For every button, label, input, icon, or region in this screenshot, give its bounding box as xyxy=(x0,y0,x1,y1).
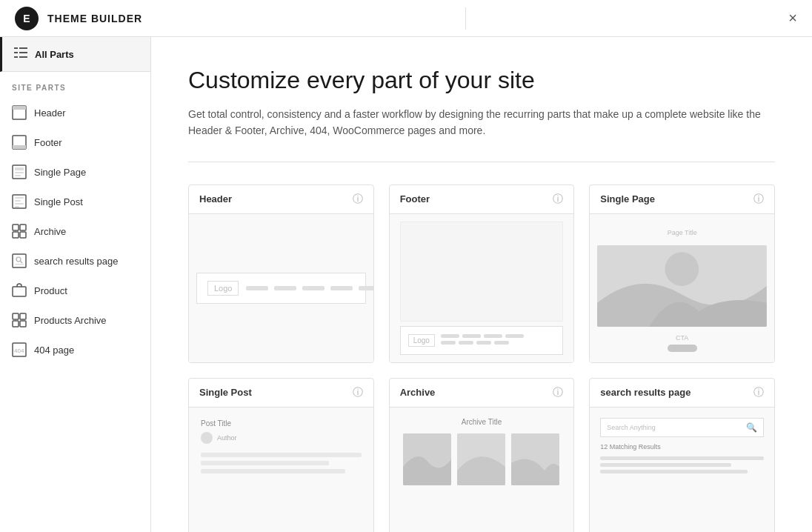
card-single-post-header: Single Post ⓘ xyxy=(189,379,373,408)
sp-cta-label: CTA xyxy=(676,334,688,342)
sidebar-item-footer[interactable]: Footer xyxy=(0,127,150,157)
sidebar-item-product[interactable]: Product xyxy=(0,276,150,305)
topbar-left: E THEME BUILDER xyxy=(15,7,142,30)
spost-line-3 xyxy=(201,469,345,473)
footer-line-row-2 xyxy=(441,341,555,345)
page-description: Get total control, consistency and a fas… xyxy=(188,106,766,139)
archive-images-row xyxy=(400,433,564,485)
archive-img-2 xyxy=(457,433,505,485)
card-single-page[interactable]: Single Page ⓘ Page Title xyxy=(589,184,775,363)
sidebar-item-products-archive-label: Products Archive xyxy=(34,315,107,326)
card-footer-preview: Logo xyxy=(390,214,574,362)
svg-rect-4 xyxy=(14,56,18,58)
footer-logo-row: Logo xyxy=(408,334,556,347)
sp-cta-area: CTA xyxy=(597,331,767,355)
404-icon: 404 xyxy=(12,342,27,357)
archive-title-text: Archive Title xyxy=(400,418,564,426)
svg-rect-12 xyxy=(15,172,24,173)
content-divider xyxy=(188,162,775,162)
footer-line-3 xyxy=(484,334,502,338)
sidebar-item-single-page[interactable]: Single Page xyxy=(0,157,150,187)
svg-rect-17 xyxy=(15,203,24,205)
archive-icon xyxy=(12,224,27,239)
products-archive-icon xyxy=(12,313,27,327)
card-single-page-info-icon[interactable]: ⓘ xyxy=(753,193,764,206)
spost-author-row: Author xyxy=(201,432,362,444)
sidebar-all-parts[interactable]: All Parts xyxy=(0,37,150,72)
card-archive-info-icon[interactable]: ⓘ xyxy=(553,386,563,399)
single-post-preview-content: Post Title Author xyxy=(189,408,373,532)
sidebar-item-footer-label: Footer xyxy=(34,137,62,148)
footer-line-2 xyxy=(462,334,481,338)
svg-rect-9 xyxy=(13,145,26,149)
card-search-results-info-icon[interactable]: ⓘ xyxy=(753,386,764,399)
topbar-divider xyxy=(465,7,466,30)
card-footer-info-icon[interactable]: ⓘ xyxy=(553,193,563,206)
svg-rect-29 xyxy=(20,313,26,319)
header-icon xyxy=(12,105,27,120)
sidebar-item-header[interactable]: Header xyxy=(0,98,150,127)
svg-rect-16 xyxy=(15,200,21,202)
footer-line-1 xyxy=(441,334,459,338)
cards-grid: Header ⓘ Logo xyxy=(188,184,775,532)
sidebar-item-single-page-label: Single Page xyxy=(34,167,86,178)
card-header[interactable]: Header ⓘ Logo xyxy=(188,184,374,363)
footer-logo-text: Logo xyxy=(408,334,435,347)
spost-line-1 xyxy=(201,453,362,457)
main-layout: All Parts SITE PARTS Header Footer xyxy=(0,37,812,532)
header-nav-lines xyxy=(246,286,373,290)
footer-line-7 xyxy=(476,341,491,345)
header-preview-content: Logo xyxy=(189,265,373,311)
card-single-post-title: Single Post xyxy=(199,387,252,398)
footer-bottom-area: Logo xyxy=(400,326,564,355)
svg-rect-31 xyxy=(20,321,26,327)
srp-results-count: 12 Matching Results xyxy=(600,443,764,450)
svg-text:404: 404 xyxy=(14,348,24,354)
card-search-results[interactable]: search results page ⓘ Search Anything 🔍 … xyxy=(589,378,775,532)
card-footer-title: Footer xyxy=(400,193,430,205)
card-header-preview: Logo xyxy=(189,214,373,362)
card-single-page-header: Single Page ⓘ xyxy=(590,185,774,214)
spost-line-2 xyxy=(201,461,329,465)
svg-rect-28 xyxy=(13,313,19,319)
footer-line-5 xyxy=(441,341,456,345)
footer-line-row-1 xyxy=(441,334,555,338)
header-nav-line-1 xyxy=(246,286,268,290)
card-header-header: Header ⓘ xyxy=(189,185,373,214)
sidebar-item-archive[interactable]: Archive xyxy=(0,216,150,246)
sidebar-item-products-archive[interactable]: Products Archive xyxy=(0,305,150,335)
card-header-title: Header xyxy=(199,193,232,205)
footer-line-4 xyxy=(505,334,524,338)
svg-rect-0 xyxy=(14,47,18,49)
sp-cta-button xyxy=(668,345,697,352)
sidebar-item-search-results[interactable]: search results page xyxy=(0,246,150,276)
close-button[interactable]: × xyxy=(788,10,797,27)
card-archive[interactable]: Archive ⓘ Archive Title xyxy=(389,378,575,532)
archive-img-1-svg xyxy=(403,433,451,485)
srp-search-icon: 🔍 xyxy=(746,422,757,433)
svg-rect-27 xyxy=(13,287,26,296)
single-page-preview-content: Page Title CTA xyxy=(590,214,774,362)
svg-rect-18 xyxy=(15,206,19,207)
svg-rect-3 xyxy=(19,52,27,53)
header-logo-text: Logo xyxy=(207,281,239,296)
sp-mountain-svg xyxy=(597,245,767,327)
svg-rect-5 xyxy=(19,56,27,58)
sidebar-item-404[interactable]: 404 404 page xyxy=(0,335,150,365)
page-title: Customize every part of your site xyxy=(188,67,775,94)
spost-lines-container xyxy=(201,453,362,473)
content-area: Customize every part of your site Get to… xyxy=(151,37,812,532)
svg-rect-13 xyxy=(15,175,21,176)
sidebar-item-single-post[interactable]: Single Post xyxy=(0,187,150,216)
card-single-post[interactable]: Single Post ⓘ Post Title Author xyxy=(188,378,374,532)
svg-rect-2 xyxy=(14,52,18,53)
card-search-results-header: search results page ⓘ xyxy=(590,379,774,408)
svg-rect-20 xyxy=(20,225,26,230)
footer-top-space xyxy=(400,222,564,322)
card-footer[interactable]: Footer ⓘ Logo xyxy=(389,184,575,363)
card-single-post-info-icon[interactable]: ⓘ xyxy=(353,386,363,399)
card-header-info-icon[interactable]: ⓘ xyxy=(353,193,363,206)
card-single-page-preview: Page Title CTA xyxy=(590,214,774,362)
single-page-icon xyxy=(12,164,27,179)
svg-rect-15 xyxy=(15,197,24,199)
